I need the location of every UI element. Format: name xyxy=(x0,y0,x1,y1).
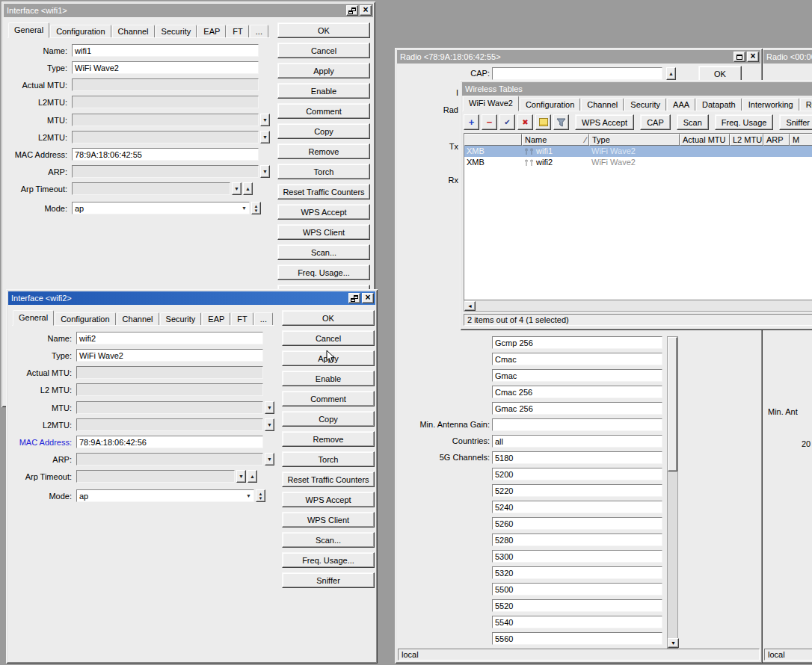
comment-icon[interactable] xyxy=(535,114,551,130)
column-l2-mtu[interactable]: L2 MTU xyxy=(730,134,763,146)
ok-button[interactable]: OK xyxy=(282,310,375,326)
cap-collapse-button[interactable]: ▲ xyxy=(666,67,676,80)
wps-client-button[interactable]: WPS Client xyxy=(282,512,375,528)
channel-item[interactable]: 5240 xyxy=(492,501,662,513)
tab-security[interactable]: Security xyxy=(156,25,197,38)
l2mtu-dropdown-icon[interactable]: ▼ xyxy=(260,131,270,143)
security-cipher-item[interactable]: Gcmp 256 xyxy=(492,336,662,349)
min-antenna-gain-input[interactable] xyxy=(492,418,662,431)
column-type[interactable]: Type xyxy=(589,134,680,146)
countries-input[interactable]: all xyxy=(492,435,662,448)
scan-button[interactable]: Scan... xyxy=(277,244,370,260)
arp-timeout-up-icon[interactable]: ▲ xyxy=(243,182,253,195)
type-input[interactable]: WiFi Wave2 xyxy=(72,61,259,74)
ok-button[interactable]: OK xyxy=(277,22,370,38)
copy-button[interactable]: Copy xyxy=(282,411,375,427)
scan-button[interactable]: Scan... xyxy=(282,532,375,548)
wps-accept-button[interactable]: WPS Accept xyxy=(277,204,370,220)
channel-item[interactable]: 5280 xyxy=(492,533,662,546)
arp-dropdown-icon[interactable]: ▼ xyxy=(265,453,274,466)
tab-security[interactable]: Security xyxy=(624,98,666,111)
tab-more[interactable]: ... xyxy=(254,312,273,326)
column-m[interactable]: M xyxy=(790,134,812,146)
name-input[interactable]: wifi1 xyxy=(72,44,259,57)
close-button[interactable]: × xyxy=(360,5,372,16)
sniffer-button[interactable]: Sniffer xyxy=(282,572,375,588)
security-cipher-item[interactable]: Gmac xyxy=(492,369,662,382)
tab-ft[interactable]: FT xyxy=(231,312,253,326)
tab-ft[interactable]: FT xyxy=(227,25,248,38)
tab-channel[interactable]: Channel xyxy=(112,25,155,38)
freq-usage-button[interactable]: Freq. Usage... xyxy=(277,265,370,280)
add-icon[interactable]: + xyxy=(464,114,479,130)
mode-spin-button[interactable]: ▲▼ xyxy=(256,489,265,502)
security-cipher-item[interactable]: Gmac 256 xyxy=(492,402,662,415)
cancel-button[interactable]: Cancel xyxy=(277,43,370,58)
arp-timeout-up-icon[interactable]: ▲ xyxy=(247,470,257,483)
mtu-input[interactable] xyxy=(76,401,263,414)
type-input[interactable]: WiFi Wave2 xyxy=(76,349,263,362)
mac-address-input[interactable]: 78:9A:18:06:42:56 xyxy=(76,436,263,448)
column-arp[interactable]: ARP xyxy=(763,134,790,146)
restore-button[interactable] xyxy=(348,293,360,303)
tab-eap[interactable]: EAP xyxy=(202,312,230,326)
disable-icon[interactable]: ✖ xyxy=(517,114,533,130)
tab-configuration[interactable]: Configuration xyxy=(55,312,115,326)
reset-traffic-counters-button[interactable]: Reset Traffic Counters xyxy=(277,184,370,200)
security-cipher-item[interactable]: Cmac xyxy=(492,353,662,365)
tab-more[interactable]: ... xyxy=(250,25,268,38)
channel-item[interactable]: 5180 xyxy=(492,451,662,464)
channel-item[interactable]: 5520 xyxy=(492,599,662,612)
enable-button[interactable]: Enable xyxy=(277,83,370,99)
channel-item[interactable]: 5320 xyxy=(492,566,662,579)
freq-usage-button[interactable]: Freq. Usage xyxy=(715,114,774,130)
scroll-down-button[interactable]: ▼ xyxy=(668,638,679,648)
arp-input[interactable] xyxy=(76,453,263,466)
cap-select[interactable] xyxy=(492,67,662,80)
vertical-scrollbar[interactable]: ▼ xyxy=(667,336,678,649)
horizontal-scrollbar[interactable]: ◄ xyxy=(464,300,812,312)
tab-eap[interactable]: EAP xyxy=(197,25,226,38)
tab-datapath[interactable]: Datapath xyxy=(696,98,742,111)
scroll-left-button[interactable]: ◄ xyxy=(464,301,476,311)
ok-button[interactable]: OK xyxy=(698,66,742,81)
arp-timeout-dropdown-icon[interactable]: ▼ xyxy=(236,470,246,483)
tab-channel[interactable]: Channel xyxy=(581,98,624,111)
channel-item[interactable]: 5560 xyxy=(492,632,662,645)
l2mtu2-input[interactable] xyxy=(76,418,263,431)
mode-select[interactable]: ap▼ xyxy=(76,489,254,502)
arp-timeout-dropdown-icon[interactable]: ▼ xyxy=(232,182,242,195)
tab-configuration[interactable]: Configuration xyxy=(520,98,580,111)
enable-icon[interactable]: ✔ xyxy=(499,114,515,130)
mtu-dropdown-icon[interactable]: ▼ xyxy=(260,114,270,126)
restore-button[interactable] xyxy=(346,5,358,16)
remove-icon[interactable]: − xyxy=(482,114,497,130)
channel-item[interactable]: 5540 xyxy=(492,616,662,628)
tab-aaa[interactable]: AAA xyxy=(667,98,695,111)
l2mtu-dropdown-icon[interactable]: ▼ xyxy=(265,418,274,431)
close-button[interactable]: × xyxy=(747,52,759,62)
filter-icon[interactable] xyxy=(553,114,569,130)
mac-address-input[interactable]: 78:9A:18:06:42:55 xyxy=(72,148,259,161)
sniffer-button[interactable]: Sniffer xyxy=(779,114,812,130)
torch-button[interactable]: Torch xyxy=(282,451,375,467)
maximize-button[interactable] xyxy=(733,52,745,62)
remove-button[interactable]: Remove xyxy=(277,143,370,159)
arp-timeout-input[interactable] xyxy=(72,182,230,195)
arp-timeout-input[interactable] xyxy=(76,470,235,483)
tab-wifi-wave2[interactable]: WiFi Wave2 xyxy=(463,96,519,111)
enable-button[interactable]: Enable xyxy=(282,371,375,386)
tab-security[interactable]: Security xyxy=(160,312,202,326)
tab-configuration[interactable]: Configuration xyxy=(50,25,111,38)
reset-traffic-counters-button[interactable]: Reset Traffic Counters xyxy=(282,471,375,487)
tab-registration[interactable]: Registration xyxy=(800,98,812,111)
apply-button[interactable]: Apply xyxy=(282,350,375,366)
tab-channel[interactable]: Channel xyxy=(117,312,159,326)
copy-button[interactable]: Copy xyxy=(277,123,370,139)
tab-general[interactable]: General xyxy=(13,310,54,326)
apply-button[interactable]: Apply xyxy=(277,63,370,78)
wifi1-titlebar[interactable]: Interface <wifi1> × xyxy=(4,4,373,17)
tab-general[interactable]: General xyxy=(8,22,49,38)
wps-client-button[interactable]: WPS Client xyxy=(277,224,370,240)
close-button[interactable]: × xyxy=(362,293,374,303)
